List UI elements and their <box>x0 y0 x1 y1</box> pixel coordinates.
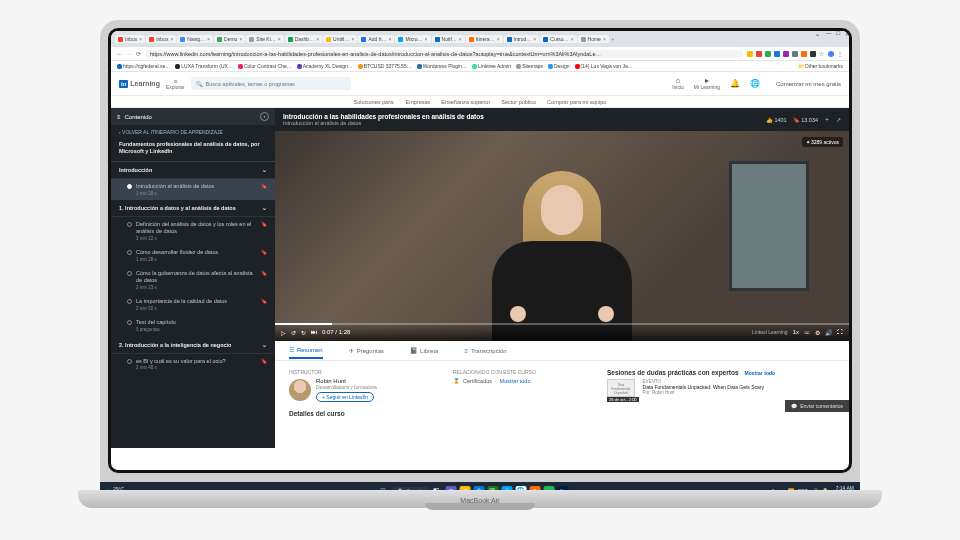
bookmark-icon[interactable]: 🔖 <box>261 221 267 227</box>
new-tab-button[interactable]: ＋ <box>610 36 615 42</box>
kebab-menu-icon[interactable]: ⋮ <box>837 51 843 57</box>
forward-icon[interactable]: ↻ <box>301 329 306 336</box>
nav-mylearning[interactable]: ▸Mi Learning <box>694 77 720 90</box>
minimize-icon[interactable]: — <box>825 31 831 37</box>
bookmark-icon[interactable]: 🔖 <box>261 270 267 276</box>
bookmark[interactable]: Wordpress Plugin… <box>417 63 467 69</box>
bookmark-icon[interactable]: 🔖 <box>261 249 267 255</box>
browser-tab[interactable]: Itinera…× <box>466 35 503 43</box>
extension-icon[interactable] <box>801 51 807 57</box>
rewind-icon[interactable]: ↺ <box>291 329 296 336</box>
hamburger-icon[interactable]: ≡ <box>117 114 121 120</box>
settings-icon[interactable]: ⚙ <box>815 329 820 336</box>
video-player[interactable]: ✦ 3289 activos ▷ ↺ ↻ ⏭ 0:07 / 1:28 Linke… <box>275 131 849 341</box>
search-input[interactable]: 🔍 Busca aptitudes, temas o programas <box>191 77 351 90</box>
next-icon[interactable]: ⏭ <box>311 329 317 335</box>
section-introduction[interactable]: Introducción⌄ <box>111 162 275 179</box>
save-count[interactable]: 🔖 13.034 <box>793 117 818 123</box>
extension-icon[interactable] <box>774 51 780 57</box>
certificates-link[interactable]: Certificados <box>463 378 492 384</box>
tab-transcript[interactable]: ≡Transcripción <box>464 344 506 358</box>
browser-tab[interactable]: Inbox× <box>115 35 145 43</box>
close-icon[interactable]: × <box>351 36 354 42</box>
close-icon[interactable]: × <box>170 36 173 42</box>
like-count[interactable]: 👍 1401 <box>766 117 787 123</box>
close-icon[interactable]: × <box>207 36 210 42</box>
chevron-down-icon[interactable]: ⌄ <box>815 31 820 37</box>
extension-icon[interactable] <box>783 51 789 57</box>
bookmark[interactable]: https://cgfederal.se… <box>117 63 170 69</box>
browser-tab[interactable]: Inbox× <box>146 35 176 43</box>
volume-icon[interactable]: 🔊 <box>825 329 832 336</box>
show-all-link[interactable]: Mostrar todo <box>745 370 776 376</box>
close-icon[interactable]: × <box>533 36 536 42</box>
subnav-item[interactable]: Comprar para mi equipo <box>547 99 606 105</box>
tab-overview[interactable]: ☰Resumen <box>289 342 323 359</box>
reload-icon[interactable]: ⟳ <box>136 51 141 57</box>
subnav-item[interactable]: Empresas <box>406 99 431 105</box>
extension-icon[interactable] <box>747 51 753 57</box>
star-icon[interactable]: ☆ <box>819 51 825 57</box>
browser-tab[interactable]: Untitl…× <box>323 35 357 43</box>
close-icon[interactable]: × <box>603 36 606 42</box>
maximize-icon[interactable]: □ <box>836 31 840 37</box>
subnav-item[interactable]: Sector público <box>501 99 536 105</box>
bookmark[interactable]: Design <box>548 63 570 69</box>
section-1[interactable]: 1. Introducción a datos y al análisis de… <box>111 200 275 217</box>
share-icon[interactable]: ↗ <box>836 117 841 123</box>
lesson-item[interactable]: Cómo la gobernanza de datos afecta al an… <box>111 266 275 294</box>
bookmark[interactable]: Linktree Admin <box>472 63 511 69</box>
follow-button[interactable]: + Seguir en LinkedIn <box>316 392 374 402</box>
section-2[interactable]: 2. Introducción a la inteligencia de neg… <box>111 337 275 354</box>
extension-icon[interactable] <box>810 51 816 57</box>
nav-home[interactable]: ⌂Inicio <box>672 77 684 90</box>
bookmark[interactable]: BTCUSD 33775.55… <box>358 63 412 69</box>
nav-forward-icon[interactable]: → <box>127 51 133 57</box>
browser-tab[interactable]: Add h…× <box>358 35 394 43</box>
quiz-item[interactable]: Test del capítulo5 preguntas <box>111 315 275 336</box>
send-feedback-button[interactable]: 💬Enviar comentarios <box>785 400 849 412</box>
speed-button[interactable]: 1x <box>793 329 799 335</box>
start-trial-link[interactable]: Comenzar mi mes gratis <box>776 81 841 87</box>
bookmark[interactable]: Color Contrast Che… <box>238 63 292 69</box>
close-icon[interactable]: × <box>571 36 574 42</box>
browser-tab[interactable]: Notif…× <box>432 35 465 43</box>
bookmark[interactable]: LUXA Transform (UX… <box>175 63 233 69</box>
learning-path-title[interactable]: Fundamentos profesionales del análisis d… <box>111 139 275 162</box>
bookmark-icon[interactable]: 🔖 <box>261 183 267 189</box>
subnav-item[interactable]: Enseñanza superior <box>441 99 490 105</box>
nav-lang[interactable]: 🌐 <box>750 80 760 88</box>
close-icon[interactable]: × <box>459 36 462 42</box>
explore-menu[interactable]: ≡Explorar <box>166 78 185 90</box>
fullscreen-icon[interactable]: ⛶ <box>837 329 843 335</box>
bookmark-icon[interactable]: 🔖 <box>261 298 267 304</box>
add-icon[interactable]: ＋ <box>824 116 830 123</box>
collapse-sidebar-icon[interactable]: ‹ <box>260 112 269 121</box>
event-card[interactable]: Data Fundamentals Unpacked 26 de oct., 2… <box>607 379 835 402</box>
brand-logo[interactable]: inLearning <box>119 80 160 88</box>
tab-notebook[interactable]: 📓Libreta <box>410 343 438 358</box>
nav-back-icon[interactable]: ← <box>117 51 123 57</box>
close-icon[interactable]: × <box>497 36 500 42</box>
tab-questions[interactable]: ✈Preguntas <box>349 343 384 358</box>
extension-icon[interactable] <box>792 51 798 57</box>
bookmark[interactable]: (14) Los Vega von Ja… <box>575 63 633 69</box>
extension-icon[interactable] <box>765 51 771 57</box>
browser-tab[interactable]: Curso…× <box>540 35 576 43</box>
avatar[interactable] <box>289 379 311 401</box>
other-bookmarks[interactable]: 📁 Other bookmarks <box>798 63 843 69</box>
lesson-item[interactable]: Introducción al análisis de datos1 min 2… <box>111 179 275 200</box>
close-icon[interactable]: × <box>388 36 391 42</box>
play-icon[interactable]: ▷ <box>281 329 286 336</box>
browser-tab[interactable]: Navig…× <box>177 35 213 43</box>
bookmark[interactable]: Academy XL Design… <box>297 63 353 69</box>
bookmark-icon[interactable]: 🔖 <box>261 358 267 364</box>
browser-tab[interactable]: Demo× <box>214 35 245 43</box>
extension-icon[interactable] <box>756 51 762 57</box>
close-icon[interactable]: × <box>425 36 428 42</box>
show-all-link[interactable]: Mostrar todo <box>500 378 531 384</box>
address-bar[interactable]: https://www.linkedin.com/learning/introd… <box>145 50 743 58</box>
captions-icon[interactable]: ㏄ <box>804 328 810 337</box>
close-icon[interactable]: × <box>239 36 242 42</box>
lesson-item[interactable]: Definición del análisis de datos y los r… <box>111 217 275 245</box>
